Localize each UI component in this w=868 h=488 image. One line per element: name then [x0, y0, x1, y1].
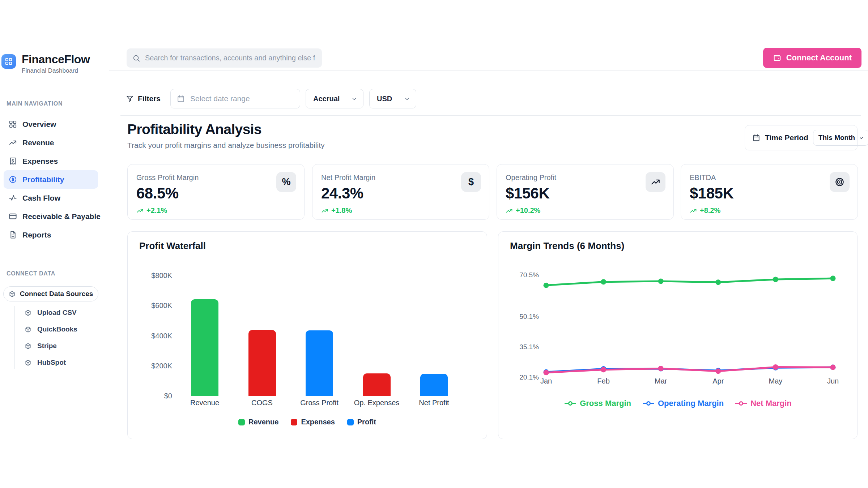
sidebar-item-label: Profitability — [22, 175, 64, 184]
legend-item-expenses: Expenses — [291, 418, 335, 426]
data-point-net-margin — [658, 366, 664, 371]
kpi-label: Operating Profit — [506, 174, 556, 182]
y-axis-tick: $0 — [128, 392, 172, 400]
kpi-delta: +10.2% — [506, 206, 540, 215]
data-point-net-margin — [773, 364, 778, 370]
legend-label: Expenses — [301, 418, 335, 426]
legend-swatch — [347, 419, 354, 425]
currency-select[interactable]: USD — [369, 89, 416, 108]
accounting-basis-value: Accrual — [313, 95, 340, 103]
grid-icon — [9, 120, 17, 128]
sidebar: FinanceFlow Financial Dashboard MAIN NAV… — [0, 46, 109, 441]
sidebar-item-label: Receivable & Payable — [22, 212, 101, 221]
legend-item-operating-margin[interactable]: Operating Margin — [642, 399, 724, 408]
waterfall-bar-op-expenses — [363, 373, 391, 396]
waterfall-bar-cogs — [248, 330, 276, 396]
accounting-basis-select[interactable]: Accrual — [306, 89, 363, 108]
sidebar-item-expenses[interactable]: Expenses — [0, 152, 109, 170]
legend-item-profit: Profit — [347, 418, 376, 426]
data-point-net-margin — [715, 368, 721, 374]
trending-up-icon — [321, 207, 328, 214]
kpi-label: Net Profit Margin — [321, 174, 375, 182]
kpi-value: 68.5% — [136, 185, 179, 202]
connect-account-button[interactable]: Connect Account — [763, 48, 861, 68]
wallet-icon — [773, 53, 782, 62]
page-content: Filters Select date range Accrual USD Pr… — [109, 71, 868, 441]
global-search[interactable] — [127, 48, 322, 68]
sidebar-item-label: Overview — [22, 120, 56, 129]
legend-label: Gross Margin — [580, 399, 631, 408]
trending-up-icon — [9, 138, 17, 147]
data-source-hubspot[interactable]: HubSpot — [0, 354, 109, 371]
cube-icon — [25, 309, 31, 316]
data-source-label: QuickBooks — [37, 325, 77, 333]
sidebar-item-profitability[interactable]: Profitability — [4, 170, 98, 189]
activity-icon — [9, 194, 17, 202]
connect-data-sources-button[interactable]: Connect Data Sources — [3, 286, 98, 301]
target-icon — [835, 177, 844, 187]
legend-marker — [735, 401, 748, 406]
legend-label: Revenue — [248, 418, 278, 426]
kpi-card-operating-profit: Operating Profit$156K+10.2% — [497, 164, 674, 220]
kpi-value: $156K — [506, 185, 549, 202]
kpi-delta-value: +8.2% — [700, 206, 720, 215]
kpi-value: $185K — [690, 185, 733, 202]
kpi-delta-value: +1.8% — [331, 206, 352, 215]
cube-icon — [25, 343, 31, 350]
kpi-icon-chip: $ — [461, 172, 481, 192]
y-axis-tick: $600K — [128, 301, 172, 310]
dollar-icon: $ — [468, 176, 474, 188]
time-period-select[interactable]: This Month — [813, 130, 868, 146]
legend-label: Operating Margin — [658, 399, 724, 408]
data-source-upload-csv[interactable]: Upload CSV — [0, 304, 109, 321]
chevron-down-icon — [351, 96, 357, 102]
kpi-delta: +1.8% — [321, 206, 352, 215]
data-point-gross-margin — [544, 283, 549, 288]
x-axis-label: Op. Expenses — [350, 399, 404, 407]
series-line-net-margin — [546, 367, 833, 372]
trending-up-icon — [506, 207, 513, 214]
series-line-gross-margin — [546, 278, 833, 285]
x-axis-label: Jan — [540, 377, 552, 385]
legend-marker — [564, 401, 577, 406]
y-axis-tick: 70.5% — [519, 271, 539, 279]
kpi-card-net-profit-margin: Net Profit Margin$24.3%+1.8% — [312, 164, 489, 220]
time-period-value: This Month — [818, 134, 855, 142]
sidebar-item-reports[interactable]: Reports — [0, 226, 109, 244]
x-axis-label: Gross Profit — [292, 399, 346, 407]
kpi-icon-chip — [830, 172, 850, 192]
app-frame: FinanceFlow Financial Dashboard MAIN NAV… — [0, 46, 868, 441]
x-axis-label: Mar — [655, 377, 667, 385]
legend-label: Profit — [357, 418, 376, 426]
date-range-input[interactable]: Select date range — [170, 89, 300, 108]
trending-up-icon — [651, 177, 660, 187]
funnel-icon — [126, 95, 134, 103]
filters-divider — [120, 115, 861, 116]
dollar-circle-icon — [9, 175, 17, 184]
time-period-card: Time Period This Month — [745, 125, 858, 150]
sidebar-item-receivable-payable[interactable]: Receivable & Payable — [0, 207, 109, 226]
filters-button[interactable]: Filters — [126, 94, 161, 103]
sidebar-item-revenue[interactable]: Revenue — [0, 133, 109, 152]
data-point-net-margin — [830, 365, 836, 370]
data-source-stripe[interactable]: Stripe — [0, 338, 109, 354]
sidebar-divider — [0, 82, 109, 82]
y-axis-tick: $800K — [128, 271, 172, 280]
search-input[interactable] — [145, 54, 315, 62]
trending-up-icon — [690, 207, 697, 214]
kpi-card-ebitda: EBITDA$185K+8.2% — [681, 164, 858, 220]
chevron-down-icon — [404, 96, 410, 102]
waterfall-bar-revenue — [191, 299, 218, 396]
margin-trends-card: Margin Trends (6 Months) 70.5%50.1%35.1%… — [498, 231, 858, 439]
data-point-gross-margin — [715, 279, 721, 285]
data-source-quickbooks[interactable]: QuickBooks — [0, 321, 109, 338]
sidebar-item-cash-flow[interactable]: Cash Flow — [0, 189, 109, 207]
page-title: Profitability Analysis — [127, 121, 261, 137]
legend-item-gross-margin[interactable]: Gross Margin — [564, 399, 631, 408]
x-axis-label: May — [769, 377, 783, 385]
sidebar-item-overview[interactable]: Overview — [0, 115, 109, 133]
kpi-label: Gross Profit Margin — [136, 174, 199, 182]
kpi-delta-value: +2.1% — [146, 206, 167, 215]
legend-item-net-margin[interactable]: Net Margin — [735, 399, 792, 408]
main-area: Connect Account Filters Select date rang… — [109, 46, 868, 441]
